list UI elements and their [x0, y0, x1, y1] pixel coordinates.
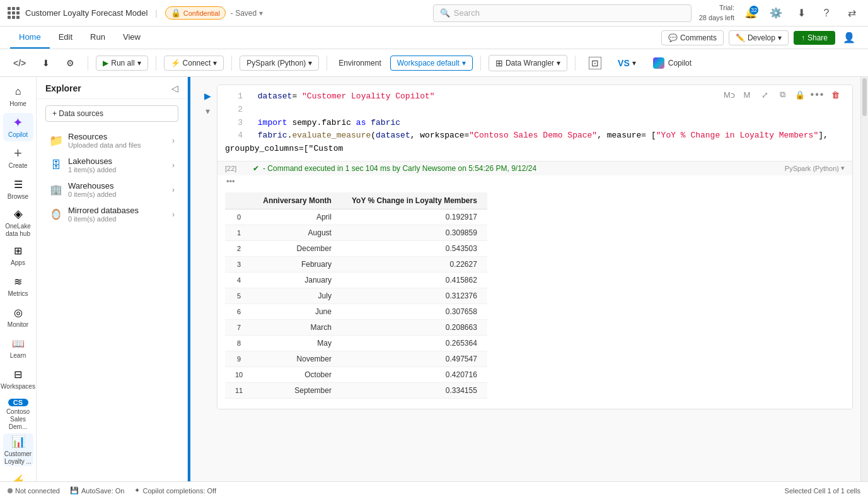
table-row: 3 February 0.22627 [225, 256, 487, 272]
help-button[interactable]: ? [818, 4, 835, 22]
cell-run-button[interactable]: ▶ [201, 90, 214, 102]
tab-view[interactable]: View [114, 26, 149, 49]
sidebar-item-current-notebook[interactable]: 📊 Customer Loyalty ... [3, 433, 33, 466]
nav-bottom: CS Contoso Sales Dem... 📊 Customer Loyal… [3, 398, 33, 481]
explorer-section-warehouses[interactable]: 🏢 Warehouses 0 item(s) added › [40, 177, 183, 202]
sidebar-item-create[interactable]: + Create [3, 144, 33, 172]
toolbar-divider-6 [575, 56, 576, 71]
vscode-button[interactable]: VS ▾ [612, 55, 642, 71]
resources-name: Resources [68, 132, 167, 141]
title-bar-left: Customer Loyalty Forecast Model | 🔒 Conf… [8, 6, 425, 20]
search-bar[interactable]: 🔍 Search [433, 4, 692, 22]
copilot-button[interactable]: Copilot [647, 55, 698, 71]
scrollbar-thumb[interactable] [862, 78, 867, 116]
cell-tool-expand[interactable]: ⤢ [757, 87, 772, 102]
sidebar-item-home[interactable]: ⌂ Home [3, 82, 33, 110]
table-cell-index: 10 [225, 367, 253, 382]
table-cell-value: 0.22627 [342, 256, 487, 272]
notifications-button[interactable]: 🔔 32 [742, 4, 760, 22]
sidebar-item-workspaces[interactable]: ⊟ Workspaces [3, 365, 33, 393]
sidebar-item-monitor[interactable]: ◎ Monitor [3, 303, 33, 331]
settings-cell-button[interactable]: ⚙ [61, 55, 80, 71]
notebook-view-button[interactable]: ⊡ [583, 54, 607, 73]
sidebar-item-analyze[interactable]: ⚡ Analyze [3, 469, 33, 481]
cell-tool-copy[interactable]: ⧉ [775, 87, 790, 102]
cell-controls: ▶ ▾ [198, 85, 217, 409]
lakehouses-name: Lakehouses [68, 156, 167, 166]
output-line-num: [22] [225, 165, 248, 172]
notebook-scrollbar[interactable] [860, 77, 868, 481]
settings-button[interactable]: ⚙️ [767, 4, 785, 22]
explorer-section-lakehouses[interactable]: 🗄 Lakehouses 1 item(s) added › [40, 153, 183, 177]
download-button[interactable]: ⬇ [792, 4, 810, 22]
sidebar-item-apps[interactable]: ⊞ Apps [3, 241, 33, 269]
sidebar-item-learn[interactable]: 📖 Learn [3, 334, 33, 362]
code-cell-button[interactable]: </> [8, 55, 32, 71]
data-wrangler-label: Data Wrangler [506, 59, 554, 68]
table-cell-month: April [253, 209, 342, 225]
cell-body: Mↄ M ⤢ ⧉ 🔒 ••• 🗑 1 dataset= "Customer Lo… [217, 85, 853, 409]
user-icon[interactable]: 👤 [840, 29, 858, 47]
folder-icon: 📁 [49, 134, 63, 148]
sidebar-item-contoso[interactable]: CS Contoso Sales Dem... [3, 398, 33, 431]
menu-bar-right: 💬 Comments ✏️ Develop ▾ ↑ Share 👤 [661, 29, 858, 47]
tab-edit[interactable]: Edit [50, 26, 81, 49]
sidebar-item-browse[interactable]: ☰ Browse [3, 175, 33, 203]
cell-tool-delete[interactable]: 🗑 [828, 87, 843, 102]
sidebar-item-copilot[interactable]: ✦ Copilot [3, 113, 33, 141]
table-cell-value: 0.543503 [342, 240, 487, 256]
pyspark-button[interactable]: PySpark (Python) ▾ [240, 56, 319, 71]
toolbar: </> ⬇ ⚙ ▶ Run all ▾ ⚡ Connect ▾ PySpark … [0, 49, 868, 77]
download-cell-button[interactable]: ⬇ [37, 55, 55, 71]
table-row: 4 January 0.415862 [225, 272, 487, 288]
connect-button[interactable]: ⚡ Connect ▾ [164, 56, 224, 71]
table-cell-month: August [253, 225, 342, 240]
warehouses-chevron-icon: › [172, 185, 175, 194]
data-wrangler-button[interactable]: ⊞ Data Wrangler ▾ [489, 55, 567, 71]
share-icon: ↑ [801, 33, 805, 42]
explorer-collapse-button[interactable]: ◁ [171, 83, 178, 93]
mirrored-subtitle: 0 item(s) added [68, 215, 167, 223]
confidential-badge: 🔒 Confidential [165, 6, 226, 20]
tab-run[interactable]: Run [81, 26, 114, 49]
feedback-button[interactable]: ⇄ [843, 4, 860, 22]
status-copilot-completions: ✦ Copilot completions: Off [134, 486, 216, 495]
develop-chevron-icon: ▾ [778, 33, 782, 42]
cell-tool-lock[interactable]: 🔒 [792, 87, 807, 102]
cell-tool-more[interactable]: ••• [810, 87, 825, 102]
output-lang-selector[interactable]: PySpark (Python) ▾ [785, 164, 845, 172]
table-cell-month: December [253, 240, 342, 256]
table-cell-month: June [253, 303, 342, 319]
table-row: 7 March 0.208663 [225, 319, 487, 335]
waffle-icon[interactable] [8, 7, 20, 20]
sidebar-item-onelake[interactable]: ◈ OneLake data hub [3, 206, 33, 238]
table-row: 2 December 0.543503 [225, 240, 487, 256]
explorer-section-resources[interactable]: 📁 Resources Uploaded data and files › [40, 128, 183, 153]
mirror-icon: 🪞 [49, 208, 63, 221]
cell-tool-format[interactable]: Mↄ [722, 87, 737, 102]
table-row: 9 November 0.497547 [225, 351, 487, 367]
table-row: 11 September 0.334155 [225, 382, 487, 398]
workspace-button[interactable]: Workspace default ▾ [390, 56, 473, 71]
run-all-play-icon: ▶ [103, 59, 108, 68]
cell-tool-markdown[interactable]: M [739, 87, 755, 102]
comments-button[interactable]: 💬 Comments [661, 30, 724, 45]
explorer-section-mirrored[interactable]: 🪞 Mirrored databases 0 item(s) added › [40, 202, 183, 226]
cell-more-row[interactable]: ••• [217, 175, 852, 187]
data-table: Anniversary Month YoY % Change in Loyalt… [225, 192, 487, 399]
share-button[interactable]: ↑ Share [794, 31, 835, 45]
connect-chevron-icon: ▾ [213, 59, 217, 68]
tab-home[interactable]: Home [10, 26, 50, 49]
sidebar-item-metrics[interactable]: ≋ Metrics [3, 272, 33, 300]
nav-sidebar: ⌂ Home ✦ Copilot + Create ☰ Browse ◈ One… [0, 77, 37, 481]
search-placeholder: Search [454, 8, 480, 18]
develop-button[interactable]: ✏️ Develop ▾ [729, 30, 789, 45]
data-table-container: Anniversary Month YoY % Change in Loyalt… [217, 187, 852, 409]
add-data-sources-button[interactable]: + Data sources [45, 105, 178, 122]
copilot-completions-icon: ✦ [134, 486, 140, 495]
cell-expand-button[interactable]: ▾ [201, 105, 214, 117]
run-all-button[interactable]: ▶ Run all ▾ [96, 56, 148, 71]
table-cell-index: 1 [225, 225, 253, 240]
notebook-scroll[interactable]: ▶ ▾ Mↄ M ⤢ ⧉ 🔒 ••• 🗑 [190, 77, 860, 481]
cell-toolbar: Mↄ M ⤢ ⧉ 🔒 ••• 🗑 [722, 87, 843, 102]
